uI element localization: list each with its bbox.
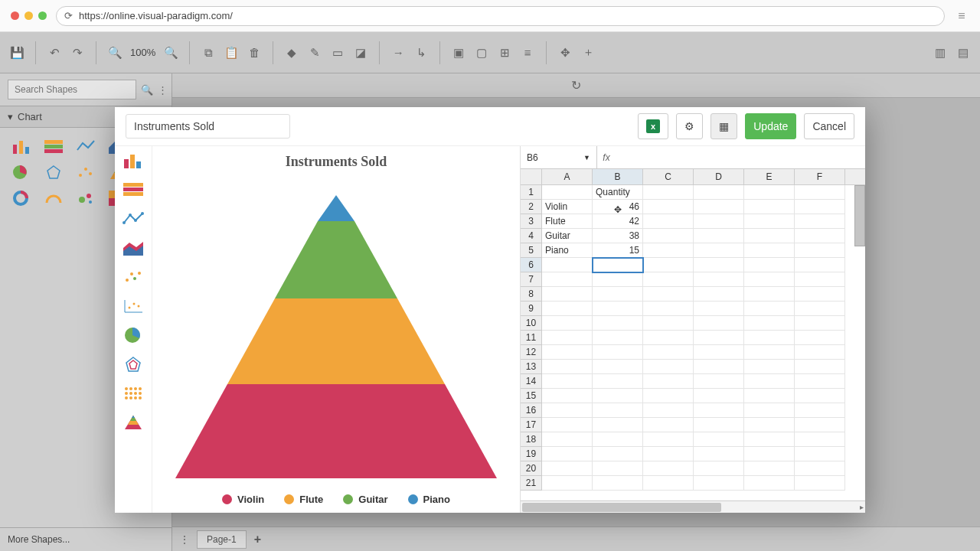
url-input[interactable] bbox=[79, 10, 936, 21]
table-row[interactable]: 12 bbox=[521, 345, 865, 360]
palette-gauge-icon[interactable] bbox=[44, 191, 63, 206]
cell[interactable] bbox=[795, 418, 845, 432]
col-header-F[interactable]: F bbox=[795, 169, 845, 184]
cell[interactable] bbox=[694, 229, 744, 243]
formula-input[interactable] bbox=[616, 146, 865, 168]
cell[interactable] bbox=[744, 432, 795, 447]
cell[interactable] bbox=[694, 316, 744, 331]
palette-radar-icon[interactable] bbox=[44, 165, 63, 180]
table-row[interactable]: 13 bbox=[521, 360, 865, 374]
cell[interactable] bbox=[795, 316, 845, 331]
cell[interactable] bbox=[542, 403, 593, 418]
table-row[interactable]: 8 bbox=[521, 287, 865, 302]
cell[interactable] bbox=[542, 258, 593, 272]
cell[interactable] bbox=[542, 461, 593, 476]
cell[interactable] bbox=[694, 331, 744, 345]
paste-icon[interactable]: 📋 bbox=[222, 44, 240, 62]
chart-title-input[interactable] bbox=[126, 114, 290, 139]
dropdown-icon[interactable]: ▼ bbox=[583, 154, 590, 161]
table-row[interactable]: 11 bbox=[521, 331, 865, 345]
cell[interactable] bbox=[593, 389, 643, 403]
cell[interactable] bbox=[593, 360, 643, 374]
row-header[interactable]: 4 bbox=[521, 229, 542, 243]
cell[interactable] bbox=[542, 287, 593, 302]
cell[interactable] bbox=[795, 214, 845, 229]
toggle-grid-button[interactable]: ▦ bbox=[710, 113, 737, 139]
cell[interactable] bbox=[593, 476, 643, 491]
cell[interactable] bbox=[744, 360, 795, 374]
cell[interactable] bbox=[694, 185, 744, 200]
col-header-A[interactable]: A bbox=[542, 169, 593, 184]
cell[interactable] bbox=[593, 272, 643, 287]
cell[interactable]: 38 bbox=[593, 229, 643, 243]
cell[interactable] bbox=[795, 345, 845, 360]
cell[interactable] bbox=[795, 200, 845, 214]
row-header[interactable]: 13 bbox=[521, 360, 542, 374]
cell[interactable]: Guitar bbox=[542, 229, 593, 243]
cell[interactable] bbox=[542, 345, 593, 360]
cell[interactable] bbox=[643, 214, 694, 229]
cell[interactable] bbox=[643, 258, 694, 272]
charttype-radar-icon[interactable] bbox=[122, 356, 144, 373]
row-header[interactable]: 21 bbox=[521, 476, 542, 491]
table-row[interactable]: 18 bbox=[521, 432, 865, 447]
cell[interactable] bbox=[542, 374, 593, 389]
cell[interactable] bbox=[744, 316, 795, 331]
waypoint-icon[interactable]: ↳ bbox=[412, 44, 430, 62]
table-row[interactable]: 6 bbox=[521, 258, 865, 272]
row-header[interactable]: 7 bbox=[521, 272, 542, 287]
row-header[interactable]: 17 bbox=[521, 418, 542, 432]
cell[interactable] bbox=[694, 243, 744, 258]
cell[interactable] bbox=[694, 403, 744, 418]
cell[interactable] bbox=[593, 316, 643, 331]
row-header[interactable]: 8 bbox=[521, 287, 542, 302]
import-excel-button[interactable]: x bbox=[638, 113, 668, 139]
palette-line-icon[interactable] bbox=[77, 139, 95, 154]
cell[interactable] bbox=[795, 229, 845, 243]
cell[interactable] bbox=[593, 258, 643, 272]
cell[interactable] bbox=[542, 316, 593, 331]
table-row[interactable]: 1Quantity bbox=[521, 185, 865, 200]
table-row[interactable]: 5Piano15 bbox=[521, 243, 865, 258]
cell[interactable] bbox=[744, 272, 795, 287]
table-row[interactable]: 7 bbox=[521, 272, 865, 287]
row-header[interactable]: 1 bbox=[521, 185, 542, 200]
charttype-line-icon[interactable] bbox=[122, 210, 144, 227]
cell[interactable] bbox=[643, 476, 694, 491]
cell[interactable] bbox=[795, 432, 845, 447]
cell[interactable] bbox=[593, 302, 643, 316]
table-row[interactable]: 2Violin46 bbox=[521, 200, 865, 214]
cancel-button[interactable]: Cancel bbox=[804, 113, 854, 139]
data-spreadsheet[interactable]: B6 ▼ fx A B C D E F ✥ 1Quantity2Violin46… bbox=[520, 146, 865, 513]
zoom-level[interactable]: 100% bbox=[130, 47, 155, 58]
copy-icon[interactable]: ⧉ bbox=[199, 44, 217, 62]
cell[interactable] bbox=[694, 214, 744, 229]
cell[interactable] bbox=[593, 287, 643, 302]
cell[interactable] bbox=[542, 331, 593, 345]
zoom-in-icon[interactable]: 🔍 bbox=[162, 44, 180, 62]
row-header[interactable]: 9 bbox=[521, 302, 542, 316]
cell[interactable] bbox=[694, 258, 744, 272]
cell[interactable] bbox=[795, 360, 845, 374]
cell[interactable] bbox=[744, 345, 795, 360]
table-row[interactable]: 19 bbox=[521, 447, 865, 461]
cell[interactable] bbox=[694, 418, 744, 432]
table-row[interactable]: 20 bbox=[521, 461, 865, 476]
cell[interactable] bbox=[643, 461, 694, 476]
panel-toggle-1-icon[interactable]: ▥ bbox=[931, 44, 949, 62]
cell[interactable] bbox=[744, 229, 795, 243]
palette-bar-icon[interactable] bbox=[12, 139, 31, 154]
cell[interactable] bbox=[795, 243, 845, 258]
charttype-area-icon[interactable] bbox=[122, 240, 144, 256]
vertical-scrollbar[interactable] bbox=[854, 185, 865, 246]
cell[interactable] bbox=[795, 461, 845, 476]
cell[interactable] bbox=[542, 389, 593, 403]
fill-color-icon[interactable]: ◆ bbox=[283, 44, 301, 62]
cell[interactable] bbox=[744, 403, 795, 418]
window-controls[interactable] bbox=[11, 11, 47, 20]
update-button[interactable]: Update bbox=[745, 113, 796, 139]
horizontal-scrollbar[interactable]: ▸ bbox=[521, 500, 865, 513]
cell[interactable] bbox=[542, 418, 593, 432]
cell[interactable] bbox=[795, 287, 845, 302]
group-icon[interactable]: ⊞ bbox=[495, 44, 514, 62]
